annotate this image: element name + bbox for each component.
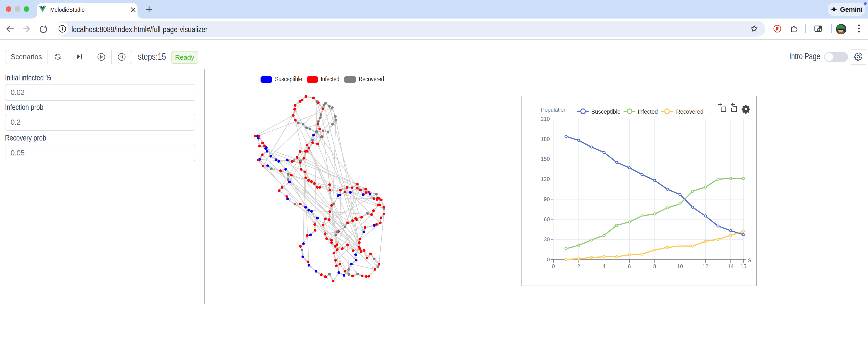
svg-text:Population: Population <box>541 107 566 113</box>
svg-text:14: 14 <box>727 263 734 269</box>
svg-text:4: 4 <box>602 263 606 269</box>
svg-text:0: 0 <box>552 263 555 269</box>
svg-text:0: 0 <box>547 257 550 263</box>
svg-text:Infected: Infected <box>638 108 658 115</box>
svg-text:150: 150 <box>541 156 550 162</box>
svg-text:Susceptible: Susceptible <box>591 108 620 115</box>
svg-text:15: 15 <box>740 263 746 269</box>
svg-text:10: 10 <box>677 263 683 269</box>
svg-text:Recovered: Recovered <box>676 108 703 115</box>
svg-text:6: 6 <box>628 263 631 269</box>
svg-text:210: 210 <box>541 116 550 122</box>
svg-text:S: S <box>748 257 751 264</box>
svg-text:30: 30 <box>544 236 550 242</box>
svg-text:12: 12 <box>702 263 708 269</box>
svg-text:120: 120 <box>541 176 550 182</box>
svg-text:90: 90 <box>544 196 550 202</box>
svg-text:60: 60 <box>544 216 550 222</box>
svg-text:180: 180 <box>541 136 550 142</box>
svg-text:8: 8 <box>653 263 656 269</box>
svg-text:2: 2 <box>577 263 580 269</box>
